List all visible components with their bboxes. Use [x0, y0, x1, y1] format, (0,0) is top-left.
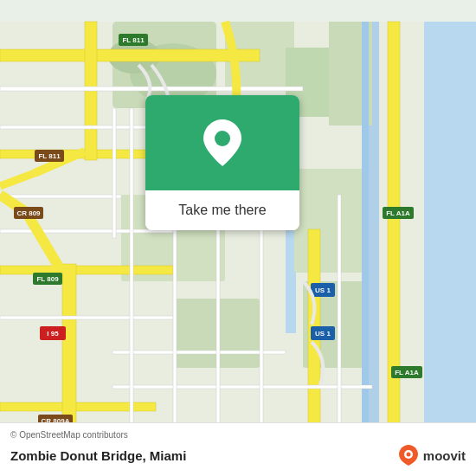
- svg-text:I 95: I 95: [47, 330, 59, 338]
- popup-card: Take me there: [145, 95, 299, 230]
- attribution: © OpenStreetMap contributors: [10, 430, 466, 440]
- moovit-logo: moovit: [396, 443, 466, 467]
- bottom-bar: © OpenStreetMap contributors Zombie Donu…: [0, 422, 476, 476]
- map-container: FL 811 FL 811 CR 809 FL 809 FL A1A FL A1…: [0, 0, 476, 476]
- place-info: Zombie Donut Bridge, Miami moovit: [10, 443, 466, 467]
- svg-rect-33: [216, 195, 220, 454]
- svg-text:CR 809: CR 809: [16, 209, 41, 217]
- svg-point-65: [406, 453, 410, 457]
- svg-rect-36: [338, 195, 341, 454]
- svg-rect-23: [362, 22, 369, 454]
- svg-text:FL A1A: FL A1A: [395, 369, 419, 376]
- svg-rect-16: [0, 266, 173, 274]
- svg-rect-12: [294, 169, 363, 273]
- svg-rect-28: [0, 316, 173, 319]
- svg-point-63: [215, 131, 230, 146]
- svg-rect-1: [424, 22, 476, 454]
- svg-rect-30: [113, 385, 372, 389]
- svg-rect-31: [130, 108, 133, 454]
- svg-text:FL 809: FL 809: [36, 275, 59, 283]
- svg-rect-14: [0, 49, 260, 61]
- svg-text:FL A1A: FL A1A: [386, 209, 410, 217]
- moovit-text: moovit: [423, 448, 466, 463]
- svg-text:FL 811: FL 811: [38, 152, 61, 160]
- svg-text:FL 811: FL 811: [122, 36, 145, 44]
- svg-rect-34: [260, 195, 263, 454]
- location-pin-icon: [203, 119, 241, 166]
- svg-rect-22: [388, 22, 400, 454]
- svg-rect-26: [0, 195, 121, 198]
- svg-rect-21: [308, 229, 320, 454]
- moovit-icon: [396, 443, 421, 467]
- svg-text:US 1: US 1: [315, 286, 331, 294]
- svg-text:US 1: US 1: [315, 330, 331, 338]
- place-name: Zombie Donut Bridge, Miami: [10, 448, 186, 463]
- popup-green-header: [145, 95, 299, 190]
- svg-rect-32: [173, 195, 177, 454]
- svg-rect-27: [0, 229, 173, 233]
- take-me-there-button[interactable]: Take me there: [145, 190, 299, 230]
- svg-rect-35: [113, 108, 116, 238]
